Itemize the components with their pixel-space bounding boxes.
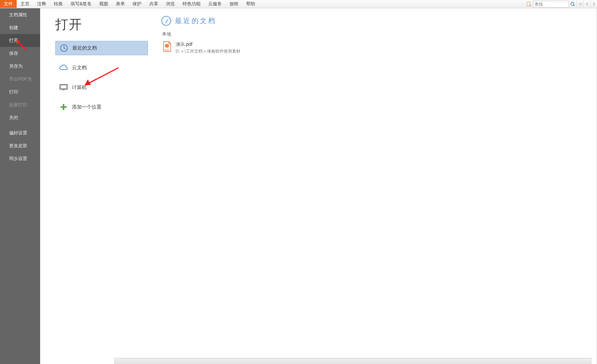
settings-gear-icon[interactable]	[577, 0, 583, 8]
location-label: 计算机	[72, 84, 87, 91]
location-label: 添加一个位置	[72, 104, 101, 110]
menu-tab-browse[interactable]: 浏览	[162, 0, 179, 8]
search-input[interactable]	[533, 1, 569, 8]
svg-line-2	[531, 6, 532, 7]
svg-point-14	[165, 44, 169, 48]
clock-icon	[59, 44, 69, 53]
nav-prev-icon[interactable]	[583, 0, 590, 8]
svg-rect-13	[61, 106, 67, 108]
sidebar-item-docprops[interactable]: 文档属性	[0, 8, 40, 21]
top-right-controls	[525, 0, 597, 8]
sidebar-item-prefs[interactable]: 偏好设置	[0, 126, 40, 139]
menu-tab-protect[interactable]: 保护	[129, 0, 145, 8]
recent-section-local: 本地	[162, 31, 597, 37]
sidebar-item-open[interactable]: 打开	[0, 34, 40, 47]
pdf-file-icon: PDF	[162, 41, 172, 52]
location-label: 云文档	[72, 64, 87, 71]
menu-tab-slideshow[interactable]: 放映	[226, 0, 242, 8]
menu-tab-help[interactable]: 帮助	[242, 0, 259, 8]
sidebar-item-create[interactable]: 创建	[0, 21, 40, 34]
sidebar-item-saveas[interactable]: 另存为	[0, 60, 40, 73]
menu-tab-form[interactable]: 表单	[112, 0, 129, 8]
open-locations-column: 打开 最近的文档 云文档	[40, 8, 148, 364]
menu-tab-annotate[interactable]: 注释	[33, 0, 50, 8]
search-doc-icon	[525, 0, 533, 8]
menu-tab-file[interactable]: 文件	[0, 0, 17, 8]
svg-line-4	[574, 5, 575, 6]
svg-point-6	[580, 4, 581, 5]
sidebar-item-skin[interactable]: 更改皮肤	[0, 139, 40, 152]
menu-tab-home[interactable]: 主页	[17, 0, 33, 8]
sidebar-item-export[interactable]: 导出PDF为	[0, 73, 40, 86]
location-label: 最近的文档	[72, 45, 97, 51]
location-recent[interactable]: 最近的文档	[55, 41, 148, 55]
page-title: 打开	[55, 16, 148, 33]
search-button[interactable]	[569, 0, 577, 8]
recent-file-item[interactable]: PDF 演示.pdf D: » 工作文档 » 体验软件使用素材	[161, 40, 597, 56]
sidebar-item-sync[interactable]: 同步设置	[0, 152, 40, 165]
menu-tab-view[interactable]: 视图	[95, 0, 112, 8]
menu-tab-convert[interactable]: 转换	[50, 0, 67, 8]
location-computer[interactable]: 计算机	[55, 80, 148, 95]
top-menu-bar: 文件 主页 注释 转换 填写&签名 视图 表单 保护 共享 浏览 特色功能 云服…	[0, 0, 597, 8]
sidebar-item-close[interactable]: 关闭	[0, 111, 40, 124]
monitor-icon	[59, 83, 68, 92]
recent-documents-column: 最近的文档 本地 PDF 演示.pdf D: » 工作文档 » 体验软件使用素材	[148, 8, 597, 364]
main-panel: 打开 最近的文档 云文档	[40, 8, 597, 364]
clock-icon	[161, 16, 171, 26]
menu-tab-fillsign[interactable]: 填写&签名	[67, 0, 95, 8]
bottom-scrollbar[interactable]	[114, 358, 592, 364]
menu-tab-share[interactable]: 共享	[145, 0, 162, 8]
sidebar-item-save[interactable]: 保存	[0, 47, 40, 60]
sidebar-item-print[interactable]: 打印	[0, 86, 40, 98]
menu-tab-cloud[interactable]: 云服务	[204, 0, 226, 8]
svg-rect-9	[61, 85, 67, 89]
svg-text:PDF: PDF	[165, 49, 169, 51]
recent-file-name: 演示.pdf	[176, 41, 240, 48]
plus-icon	[59, 103, 68, 112]
sidebar-item-batchprint[interactable]: 批量打印	[0, 98, 40, 111]
cloud-icon	[59, 63, 68, 72]
menu-tab-feature[interactable]: 特色功能	[179, 0, 204, 8]
svg-point-3	[571, 2, 574, 5]
recent-file-path: D: » 工作文档 » 体验软件使用素材	[176, 48, 240, 54]
file-sidebar: 文档属性 创建 打开 保存 另存为 导出PDF为 打印 批量打印 关闭 偏好设置…	[0, 8, 40, 364]
nav-next-icon[interactable]	[590, 0, 597, 8]
location-cloud[interactable]: 云文档	[55, 61, 148, 75]
recent-title: 最近的文档	[175, 16, 217, 25]
location-add[interactable]: 添加一个位置	[55, 100, 148, 114]
